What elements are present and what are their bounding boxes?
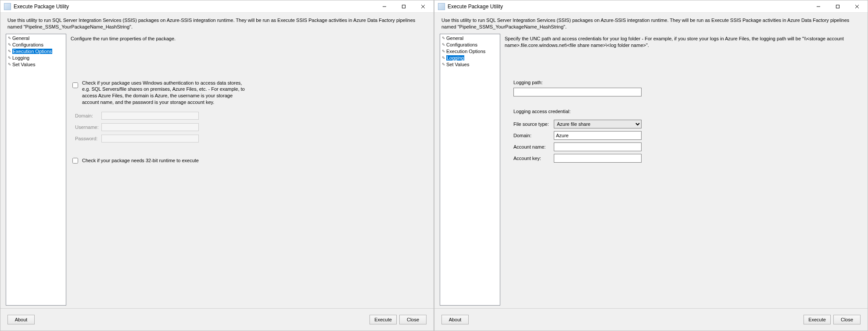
window-title: Execute Package Utility [448,4,809,10]
bullet-icon: ✎ [442,43,446,47]
account-key-input[interactable] [554,154,642,163]
credential-header: Logging access credential: [513,109,862,114]
checkbox-32bit-label: Check if your package needs 32-bit runti… [82,158,199,163]
utility-description: Use this utility to run SQL Server Integ… [434,13,868,34]
execute-button[interactable]: Execute [803,315,831,324]
app-icon [4,3,11,10]
bullet-icon: ✎ [8,62,12,67]
window-title: Execute Package Utility [14,4,375,10]
bullet-icon: ✎ [442,36,446,40]
domain-input [101,112,199,120]
nav-item-general[interactable]: ✎General [8,35,64,42]
checkbox-windows-auth-label: Check if your package uses Windows authe… [82,80,251,106]
bullet-icon: ✎ [8,56,12,60]
maximize-button[interactable] [394,0,413,13]
file-source-type-label: File source type: [513,121,554,127]
bullet-icon: ✎ [442,62,446,67]
nav-panel: ✎General ✎Configurations ✎Execution Opti… [440,34,500,306]
window-execution-options: Execute Package Utility Use this utility… [0,0,434,331]
close-footer-button[interactable]: Close [399,315,427,324]
domain-label: Domain: [75,113,101,118]
window-logging: Execute Package Utility Use this utility… [434,0,868,331]
nav-item-configurations[interactable]: ✎Configurations [8,42,64,48]
username-label: Username: [75,125,101,130]
auth-fields: Domain: Username: Password: [75,110,428,144]
bullet-icon: ✎ [8,36,12,40]
nav-item-set-values[interactable]: ✎Set Values [8,61,64,68]
password-label: Password: [75,136,101,141]
nav-item-configurations[interactable]: ✎Configurations [442,42,498,48]
section-hint: Configure the run time properties of the… [71,36,428,42]
log-domain-input[interactable] [554,131,642,140]
execute-button[interactable]: Execute [369,315,397,324]
checkbox-32bit[interactable] [72,158,78,164]
logging-path-input[interactable] [513,88,642,96]
close-button[interactable] [413,0,433,13]
content-logging: Specify the UNC path and access credenti… [505,34,862,306]
bullet-icon: ✎ [442,56,446,60]
content-execution-options: Configure the run time properties of the… [71,34,428,306]
section-hint: Specify the UNC path and access credenti… [505,36,862,49]
logging-path-label: Logging path: [513,80,862,85]
about-button[interactable]: About [7,315,35,324]
about-button[interactable]: About [441,315,469,324]
password-input [101,135,199,142]
account-name-input[interactable] [554,142,642,151]
svg-rect-1 [402,5,405,8]
utility-description: Use this utility to run SQL Server Integ… [0,13,434,34]
footer: About Execute Close [434,308,868,331]
close-footer-button[interactable]: Close [833,315,861,324]
minimize-button[interactable] [375,0,394,13]
file-source-type-select[interactable]: Azure file share [554,120,642,128]
account-name-label: Account name: [513,144,554,149]
app-icon [438,3,445,10]
footer: About Execute Close [0,308,434,331]
titlebar: Execute Package Utility [0,0,434,13]
checkbox-windows-auth[interactable] [72,82,78,88]
maximize-button[interactable] [828,0,847,13]
account-key-label: Account key: [513,156,554,161]
titlebar: Execute Package Utility [434,0,868,13]
nav-item-logging[interactable]: ✎Logging [442,55,498,61]
nav-item-execution-options[interactable]: ✎Execution Options [442,48,498,55]
nav-item-general[interactable]: ✎General [442,35,498,42]
username-input [101,123,199,131]
nav-item-set-values[interactable]: ✎Set Values [442,61,498,68]
nav-item-logging[interactable]: ✎Logging [8,55,64,61]
nav-panel: ✎General ✎Configurations ✎Execution Opti… [6,34,66,306]
bullet-icon: ✎ [442,49,446,53]
bullet-icon: ✎ [8,43,12,47]
log-domain-label: Domain: [513,133,554,138]
svg-rect-5 [836,5,839,8]
bullet-icon: ✎ [8,49,12,53]
close-button[interactable] [847,0,867,13]
nav-item-execution-options[interactable]: ✎Execution Options [8,48,64,55]
minimize-button[interactable] [809,0,828,13]
